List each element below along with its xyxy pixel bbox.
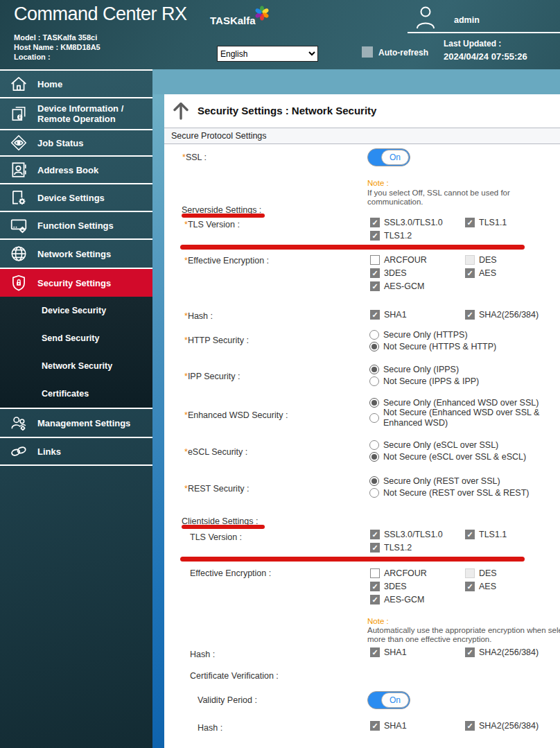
checkbox-box <box>465 268 475 278</box>
sidebar-item-home[interactable]: Home <box>0 71 152 98</box>
checkbox-sv-tls11[interactable]: TLS1.1 <box>465 218 507 227</box>
radio-ipp-secure-only[interactable]: Secure Only (IPPS) <box>369 365 459 374</box>
cl-note-title: Note : <box>367 617 389 625</box>
radio-rest-not-secure[interactable]: Not Secure (REST over SSL & REST) <box>369 488 530 498</box>
section-bar: Secure Protocol Settings <box>164 128 560 144</box>
app-title: Command Center RX <box>14 3 187 25</box>
ipp-security-label: *IPP Security : <box>184 372 240 381</box>
submenu-item-send-security[interactable]: Send Security <box>0 324 152 352</box>
sidebar-item-management-settings[interactable]: Management Settings <box>0 409 152 438</box>
page-title: Security Settings : Network Security <box>198 105 376 116</box>
sidebar-item-network-settings[interactable]: Network Settings <box>0 240 152 269</box>
ssl-toggle[interactable]: On <box>367 148 410 166</box>
checkbox-box <box>465 530 475 539</box>
checkbox-sv-sha1[interactable]: SHA1 <box>370 310 407 320</box>
sidebar-item-job-status[interactable]: Job Status <box>0 130 152 157</box>
checkbox-cert-sha1[interactable]: SHA1 <box>370 721 407 731</box>
radio-circle <box>369 440 379 450</box>
http-security-label: *HTTP Security : <box>184 336 249 345</box>
annotation-underline-clientside <box>182 525 265 529</box>
radio-http-not-secure[interactable]: Not Secure (HTTPS & HTTP) <box>369 342 496 351</box>
hostname-line: Host Name : KM8D18A5 <box>14 43 100 51</box>
sidebar-item-links[interactable]: Links <box>0 438 152 466</box>
checkbox-sv-sha2[interactable]: SHA2(256/384) <box>465 310 539 320</box>
radio-escl-secure-only[interactable]: Secure Only (eSCL over SSL) <box>369 440 498 450</box>
checkbox-sv-aes[interactable]: AES <box>465 268 496 278</box>
checkbox-sv-ssl30-tls10[interactable]: SSL3.0/TLS1.0 <box>370 218 443 227</box>
model-line: Model : TASKalfa 358ci <box>14 33 97 42</box>
checkbox-cl-arcfour[interactable]: ARCFOUR <box>370 568 427 578</box>
checkbox-box <box>370 255 380 265</box>
radio-http-secure-only[interactable]: Secure Only (HTTPS) <box>369 330 468 340</box>
ssl-note-title: Note : <box>367 179 389 187</box>
user-name[interactable]: admin <box>454 15 480 25</box>
checkbox-cl-tls12[interactable]: TLS1.2 <box>370 543 412 553</box>
taskalfa-pinwheel-icon <box>254 5 270 24</box>
radio-circle <box>369 452 379 462</box>
enhanced-wsd-security-label: *Enhanced WSD Security : <box>184 410 288 420</box>
cl-encryption-label: Effective Encryption : <box>190 568 271 578</box>
sidebar-item-security-settings[interactable]: Security Settings <box>0 269 152 297</box>
checkbox-cl-des: DES <box>465 568 497 578</box>
checkbox-cl-aes[interactable]: AES <box>465 582 496 591</box>
last-updated-label: Last Updated : <box>444 39 501 49</box>
checkbox-box <box>465 582 475 591</box>
radio-circle <box>369 376 379 386</box>
checkbox-box <box>370 568 380 578</box>
checkbox-box <box>370 582 380 591</box>
sidebar-item-label: Device Settings <box>37 193 105 203</box>
checkbox-cert-sha2[interactable]: SHA2(256/384) <box>465 721 539 731</box>
sidebar-item-device-settings[interactable]: Device Settings <box>0 184 152 212</box>
checkbox-cl-aes-gcm[interactable]: AES-GCM <box>370 595 424 605</box>
checkbox-sv-arcfour[interactable]: ARCFOUR <box>370 255 427 265</box>
back-up-arrow-icon[interactable] <box>170 101 191 124</box>
sidebar-item-label: Network Settings <box>37 249 111 259</box>
submenu-item-certificates[interactable]: Certificates <box>0 380 152 408</box>
checkbox-cl-sha2[interactable]: SHA2(256/384) <box>465 647 539 657</box>
radio-wsd-secure-only[interactable]: Secure Only (Enhanced WSD over SSL) <box>369 398 539 408</box>
checkbox-sv-aes-gcm[interactable]: AES-GCM <box>370 281 424 291</box>
radio-escl-not-secure[interactable]: Not Secure (eSCL over SSL & eSCL) <box>369 452 526 462</box>
auto-refresh-checkbox[interactable] <box>362 46 373 58</box>
radio-ipp-not-secure[interactable]: Not Secure (IPPS & IPP) <box>369 376 479 386</box>
checkbox-box <box>465 310 475 320</box>
sv-hash-label: *Hash : <box>184 311 213 321</box>
checkbox-cl-tls11[interactable]: TLS1.1 <box>465 530 507 539</box>
sidebar-item-address-book[interactable]: Address Book <box>0 157 152 184</box>
validity-toggle-thumb: On <box>381 693 409 708</box>
annotation-underline-serverside <box>182 214 265 218</box>
validity-period-label: Validity Period : <box>198 695 257 705</box>
cl-note-body: Automatically use the appropriate encryp… <box>367 626 560 644</box>
radio-wsd-not-secure[interactable]: Not Secure (Enhanced WSD over SSL & Enha… <box>369 408 551 428</box>
security-submenu: Device Security Send Security Network Se… <box>0 297 152 409</box>
checkbox-box <box>370 218 380 227</box>
cl-tls-label: TLS Version : <box>190 532 242 542</box>
links-icon <box>8 442 29 460</box>
checkbox-sv-3des[interactable]: 3DES <box>370 268 407 278</box>
device-settings-icon <box>8 189 29 207</box>
sidebar-item-label: Device Information /Remote Operation <box>37 103 123 124</box>
sv-encryption-label: *Effective Encryption : <box>184 256 269 266</box>
sidebar-item-label: Security Settings <box>37 278 111 288</box>
network-settings-icon <box>8 245 29 263</box>
sidebar-item-label: Job Status <box>37 138 83 148</box>
main-top-strip <box>152 69 560 94</box>
content-panel: Security Settings : Network Security Sec… <box>164 94 560 748</box>
submenu-item-network-security[interactable]: Network Security <box>0 352 152 380</box>
checkbox-box <box>370 721 380 731</box>
checkbox-box <box>370 310 380 320</box>
checkbox-cl-3des[interactable]: 3DES <box>370 582 407 591</box>
language-select[interactable]: English <box>217 46 318 62</box>
sidebar: Home Device Information /Remote Operatio… <box>0 69 152 748</box>
checkbox-sv-tls12[interactable]: TLS1.2 <box>370 231 412 241</box>
checkbox-box <box>370 231 380 241</box>
validity-period-toggle[interactable]: On <box>367 691 410 709</box>
sidebar-item-function-settings[interactable]: Function Settings <box>0 212 152 240</box>
radio-rest-secure-only[interactable]: Secure Only (REST over SSL) <box>369 476 500 486</box>
device-information-icon <box>8 105 29 123</box>
checkbox-cl-ssl30-tls10[interactable]: SSL3.0/TLS1.0 <box>370 530 443 539</box>
checkbox-cl-sha1[interactable]: SHA1 <box>370 647 407 657</box>
annotation-line-clientside-tls <box>180 557 525 562</box>
sidebar-item-device-information[interactable]: Device Information /Remote Operation <box>0 98 152 130</box>
submenu-item-device-security[interactable]: Device Security <box>0 297 152 324</box>
